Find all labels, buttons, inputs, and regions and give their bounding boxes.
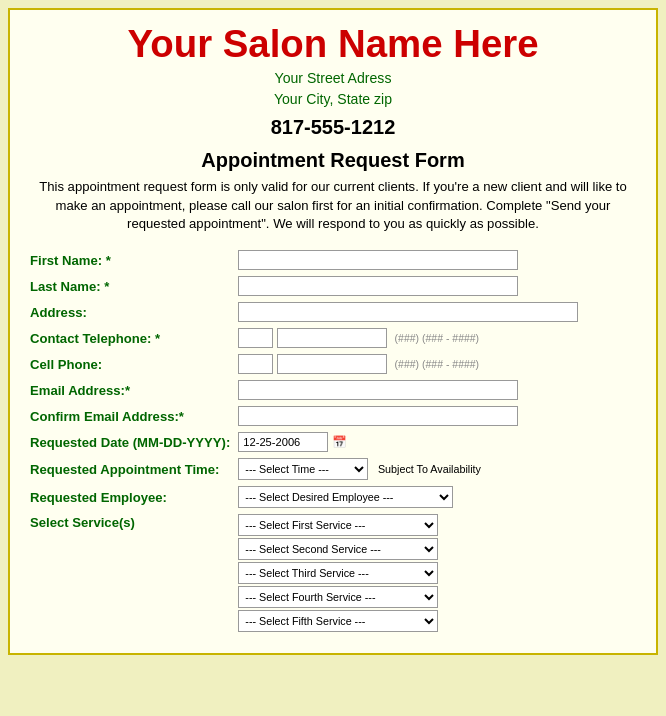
email-row: Email Address:*: [26, 377, 640, 403]
cell-area-input[interactable]: [238, 354, 273, 374]
requested-employee-cell: --- Select Desired Employee ---: [234, 483, 640, 511]
requested-date-input[interactable]: 12-25-2006: [238, 432, 328, 452]
contact-phone-hint: (###) (### - ####): [395, 333, 480, 344]
contact-area-input[interactable]: [238, 328, 273, 348]
page-container: Your Salon Name Here Your Street Adress …: [8, 8, 658, 655]
requested-employee-label: Requested Employee:: [26, 483, 234, 511]
address-line1: Your Street Adress: [275, 70, 392, 86]
select-second-service-dropdown[interactable]: --- Select Second Service ---: [238, 538, 438, 560]
confirm-email-cell: [234, 403, 640, 429]
cell-phone-label: Cell Phone:: [26, 351, 234, 377]
confirm-email-label: Confirm Email Address:*: [26, 403, 234, 429]
requested-date-row: Requested Date (MM-DD-YYYY): 12-25-2006 …: [26, 429, 640, 455]
requested-time-label: Requested Appointment Time:: [26, 455, 234, 483]
requested-time-row: Requested Appointment Time: --- Select T…: [26, 455, 640, 483]
last-name-label: Last Name: *: [26, 273, 234, 299]
calendar-icon[interactable]: 📅: [332, 435, 347, 449]
select-fourth-service-dropdown[interactable]: --- Select Fourth Service ---: [238, 586, 438, 608]
address-input[interactable]: [238, 302, 578, 322]
address-label: Address:: [26, 299, 234, 325]
first-name-row: First Name: *: [26, 247, 640, 273]
salon-phone: 817-555-1212: [26, 116, 640, 139]
salon-address: Your Street Adress Your City, State zip: [26, 68, 640, 110]
contact-number-input[interactable]: [277, 328, 387, 348]
first-name-label: First Name: *: [26, 247, 234, 273]
address-row: Address:: [26, 299, 640, 325]
last-name-input[interactable]: [238, 276, 518, 296]
contact-telephone-row: Contact Telephone: * (###) (### - ####): [26, 325, 640, 351]
requested-date-cell: 12-25-2006 📅: [234, 429, 640, 455]
address-cell: [234, 299, 640, 325]
first-name-input[interactable]: [238, 250, 518, 270]
cell-number-input[interactable]: [277, 354, 387, 374]
select-fifth-service-dropdown[interactable]: --- Select Fifth Service ---: [238, 610, 438, 632]
form-title: Appointment Request Form: [26, 149, 640, 172]
contact-telephone-cell: (###) (### - ####): [234, 325, 640, 351]
requested-time-cell: --- Select Time --- Subject To Availabil…: [234, 455, 640, 483]
select-third-service-dropdown[interactable]: --- Select Third Service ---: [238, 562, 438, 584]
select-service-label: Select Service(s): [26, 511, 234, 637]
email-label: Email Address:*: [26, 377, 234, 403]
form-description: This appointment request form is only va…: [26, 178, 640, 233]
select-employee-dropdown[interactable]: --- Select Desired Employee ---: [238, 486, 453, 508]
availability-text: Subject To Availability: [378, 463, 481, 475]
select-time-dropdown[interactable]: --- Select Time ---: [238, 458, 368, 480]
last-name-cell: [234, 273, 640, 299]
email-cell: [234, 377, 640, 403]
requested-date-label: Requested Date (MM-DD-YYYY):: [26, 429, 234, 455]
email-input[interactable]: [238, 380, 518, 400]
select-service-row: Select Service(s) --- Select First Servi…: [26, 511, 640, 637]
cell-phone-cell: (###) (### - ####): [234, 351, 640, 377]
confirm-email-row: Confirm Email Address:*: [26, 403, 640, 429]
last-name-row: Last Name: *: [26, 273, 640, 299]
first-name-cell: [234, 247, 640, 273]
address-line2: Your City, State zip: [274, 91, 392, 107]
form-table: First Name: * Last Name: * Address: Cont…: [26, 247, 640, 637]
contact-telephone-label: Contact Telephone: *: [26, 325, 234, 351]
salon-title: Your Salon Name Here: [26, 22, 640, 66]
cell-phone-hint: (###) (### - ####): [395, 359, 480, 370]
cell-phone-row: Cell Phone: (###) (### - ####): [26, 351, 640, 377]
confirm-email-input[interactable]: [238, 406, 518, 426]
select-service-cell: --- Select First Service --- --- Select …: [234, 511, 640, 637]
requested-employee-row: Requested Employee: --- Select Desired E…: [26, 483, 640, 511]
select-first-service-dropdown[interactable]: --- Select First Service ---: [238, 514, 438, 536]
